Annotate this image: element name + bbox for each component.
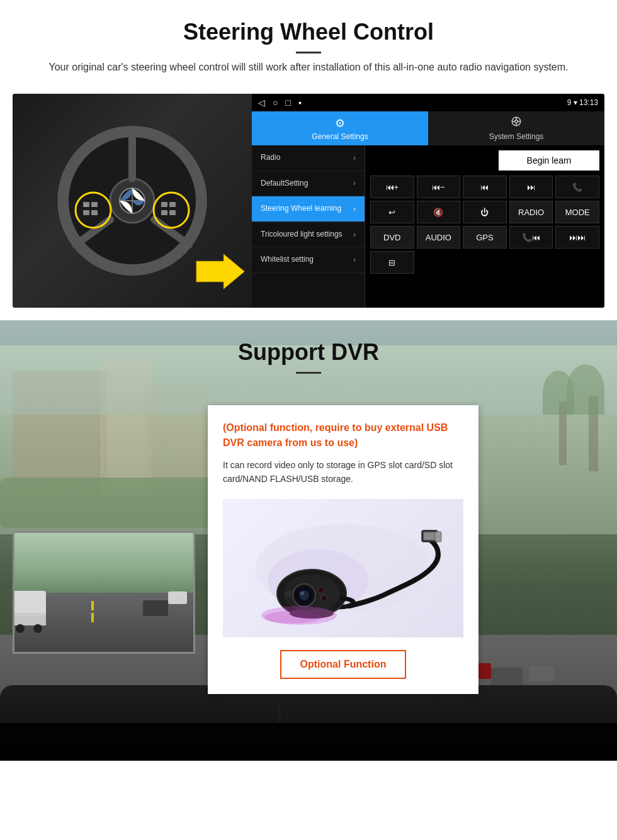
dvr-header: Support DVR <box>0 320 617 393</box>
dvr-section-content: Support DVR <box>0 320 617 707</box>
menu-tricoloured-label: Tricoloured light settings <box>261 230 342 240</box>
svg-rect-32 <box>435 532 441 542</box>
ctrl-vol-up[interactable]: ⏮+ <box>370 176 414 198</box>
svg-point-46 <box>264 611 321 624</box>
svg-marker-21 <box>196 254 244 288</box>
svg-rect-17 <box>169 210 176 215</box>
menu-radio-label: Radio <box>261 153 280 163</box>
svg-rect-15 <box>169 202 176 207</box>
dvr-info-card: (Optional function, require to buy exter… <box>208 405 478 694</box>
steering-wheel-photo: + − <box>13 94 252 308</box>
ctrl-dvd[interactable]: DVD <box>370 226 414 249</box>
control-grid: ⏮+ ⏮− ⏮ ⏭ 📞 ↩ 🔇 ⏻ RADIO MODE DVD AUDIO <box>370 176 599 274</box>
steering-header: Steering Wheel Control Your original car… <box>0 0 617 81</box>
settings-main: Radio › DefaultSetting › Steering Wheel … <box>252 145 604 308</box>
chevron-icon: › <box>353 154 356 162</box>
status-bar-left: ◁ ○ □ ▪ <box>258 98 302 108</box>
menu-whitelist[interactable]: Whitelist setting › <box>252 247 365 273</box>
right-panel: Begin learn ⏮+ ⏮− ⏮ ⏭ 📞 ↩ 🔇 ⏻ RADIO <box>365 145 604 308</box>
ctrl-vol-down[interactable]: ⏮− <box>417 176 461 198</box>
steering-description: Your original car's steering wheel contr… <box>38 60 579 75</box>
status-icons: 9 ▾ <box>567 98 579 107</box>
tab-system-settings[interactable]: System Settings <box>428 111 604 145</box>
ctrl-phone-prev[interactable]: 📞⏮ <box>509 226 553 249</box>
dvr-divider <box>296 372 321 374</box>
steering-section: Steering Wheel Control Your original car… <box>0 0 617 308</box>
header-divider <box>296 52 321 53</box>
ctrl-next[interactable]: ⏭ <box>509 176 553 198</box>
svg-point-23 <box>515 120 518 123</box>
dvr-title: Support DVR <box>13 339 604 366</box>
dvr-optional-text: (Optional function, require to buy exter… <box>223 420 463 451</box>
menu-whitelist-label: Whitelist setting <box>261 255 314 265</box>
menu-default-setting[interactable]: DefaultSetting › <box>252 171 365 197</box>
tab-general-label: General Settings <box>312 132 368 141</box>
chevron-icon-4: › <box>353 230 356 239</box>
svg-rect-16 <box>161 210 167 215</box>
recents-icon: □ <box>285 98 290 108</box>
begin-learn-button[interactable]: Begin learn <box>499 150 599 171</box>
ctrl-hangup[interactable]: ↩ <box>370 201 414 223</box>
system-icon <box>511 116 522 130</box>
chevron-icon-2: › <box>353 179 356 188</box>
steering-title: Steering Wheel Control <box>13 19 604 45</box>
settings-menu: Radio › DefaultSetting › Steering Wheel … <box>252 145 365 308</box>
svg-rect-11 <box>91 210 98 215</box>
begin-learn-row: Begin learn <box>370 150 599 171</box>
optional-function-button[interactable]: Optional Function <box>280 650 407 679</box>
tab-general-settings[interactable]: ⚙ General Settings <box>252 111 428 145</box>
status-bar-right: 9 ▾ 13:13 <box>567 98 598 107</box>
menu-default-label: DefaultSetting <box>261 179 308 189</box>
svg-point-40 <box>321 595 327 602</box>
dvr-thumbnail <box>13 531 195 654</box>
svg-point-39 <box>318 587 324 593</box>
ctrl-power[interactable]: ⏻ <box>463 201 507 223</box>
chevron-icon-3: › <box>353 204 356 213</box>
dvr-camera-svg <box>224 505 463 631</box>
svg-point-38 <box>300 591 304 595</box>
media-icon: ▪ <box>298 98 302 108</box>
menu-radio[interactable]: Radio › <box>252 145 365 171</box>
chevron-icon-5: › <box>353 255 356 264</box>
svg-rect-10 <box>83 210 89 215</box>
ctrl-extra[interactable]: ⊟ <box>370 251 414 274</box>
ctrl-mute[interactable]: 🔇 <box>417 201 461 223</box>
svg-text:+: + <box>84 203 87 208</box>
svg-rect-31 <box>424 532 436 540</box>
ctrl-audio[interactable]: AUDIO <box>417 226 461 249</box>
menu-steering-wheel-learning[interactable]: Steering Wheel learning › <box>252 196 365 222</box>
ctrl-gps[interactable]: GPS <box>463 226 507 249</box>
dvr-camera-image <box>223 499 463 637</box>
home-icon: ○ <box>273 98 278 108</box>
back-icon: ◁ <box>258 98 265 108</box>
ctrl-phone[interactable]: 📞 <box>555 176 599 198</box>
svg-point-37 <box>299 590 309 600</box>
ctrl-mode[interactable]: MODE <box>555 201 599 223</box>
dvr-content-area: (Optional function, require to buy exter… <box>0 393 617 707</box>
clock: 13:13 <box>579 98 598 107</box>
ctrl-prev[interactable]: ⏮ <box>463 176 507 198</box>
ctrl-phone-next[interactable]: ⏭⏭ <box>555 226 599 249</box>
status-bar: ◁ ○ □ ▪ 9 ▾ 13:13 <box>252 94 604 111</box>
tab-system-label: System Settings <box>489 132 544 141</box>
tab-bar[interactable]: ⚙ General Settings Syste <box>252 111 604 145</box>
menu-steering-label: Steering Wheel learning <box>261 204 341 214</box>
dvr-description: It can record video only to storage in G… <box>223 458 463 486</box>
arrow-icon <box>192 251 249 292</box>
svg-rect-14 <box>161 202 167 207</box>
gear-icon: ⚙ <box>335 116 345 130</box>
svg-text:−: − <box>93 203 95 208</box>
dvr-section: Support DVR <box>0 320 617 761</box>
ctrl-radio[interactable]: RADIO <box>509 201 553 223</box>
steering-ui-container: + − <box>13 94 604 308</box>
android-ui: ◁ ○ □ ▪ 9 ▾ 13:13 ⚙ General Settings <box>252 94 604 308</box>
menu-tricoloured-light[interactable]: Tricoloured light settings › <box>252 222 365 248</box>
